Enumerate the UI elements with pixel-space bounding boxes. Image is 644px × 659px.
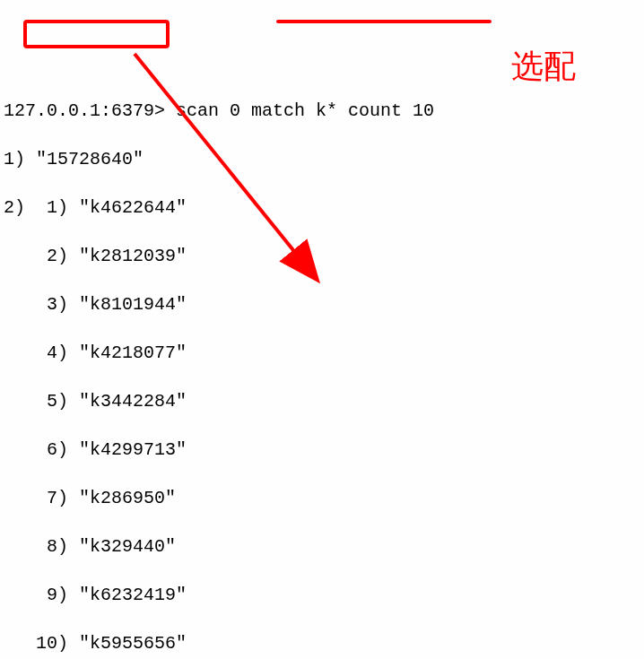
list-item: 9) "k6232419" xyxy=(4,583,640,607)
list-item: 10) "k5955656" xyxy=(4,631,640,655)
list-item: 4) "k4218077" xyxy=(4,341,640,365)
list-item: 6) "k4299713" xyxy=(4,438,640,462)
list-item: 8) "k329440" xyxy=(4,534,640,559)
prompt: 127.0.0.1:6379> xyxy=(4,100,165,121)
annotation-box xyxy=(23,20,170,48)
list-item: 2) 1) "k4622644" xyxy=(4,195,640,220)
command-text: scan 0 match k* count 10 xyxy=(176,100,434,121)
list-item: 2) "k2812039" xyxy=(4,244,640,268)
annotation-underline xyxy=(276,20,492,23)
command-line-1: 127.0.0.1:6379> scan 0 match k* count 10 xyxy=(4,99,640,123)
annotation-label: 选配 xyxy=(511,45,576,89)
list-item: 5) "k3442284" xyxy=(4,389,640,413)
list-item: 7) "k286950" xyxy=(4,486,640,510)
list-item: 3) "k8101944" xyxy=(4,292,640,316)
result-cursor-1: 1) "15728640" xyxy=(4,147,640,171)
